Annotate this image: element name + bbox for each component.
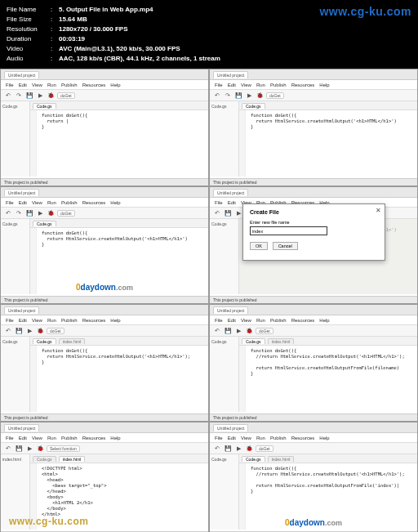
menu-file[interactable]: File <box>6 436 14 440</box>
browser-tab[interactable]: Untitled project <box>4 424 39 431</box>
file-sidebar[interactable]: Code.gs <box>1 219 30 294</box>
menu-view[interactable]: View <box>241 436 251 440</box>
menu-resources[interactable]: Resources <box>291 83 315 87</box>
menu-file[interactable]: File <box>215 436 223 440</box>
menu-help[interactable]: Help <box>110 318 120 323</box>
menu-resources[interactable]: Resources <box>291 318 315 323</box>
function-select[interactable]: Select function <box>47 445 80 452</box>
save-icon[interactable]: 💾 <box>15 445 23 453</box>
file-tab-code[interactable]: Code.gs <box>33 456 56 462</box>
run-icon[interactable]: ▶ <box>25 327 33 335</box>
debug-icon[interactable]: 🐞 <box>47 92 55 100</box>
redo-icon[interactable]: ↷ <box>224 92 232 100</box>
file-tab-code[interactable]: Code.gs <box>33 103 56 109</box>
menu-file[interactable]: File <box>6 200 14 205</box>
menu-resources[interactable]: Resources <box>82 83 106 87</box>
menu-file[interactable]: File <box>215 318 223 323</box>
function-select[interactable]: doGet <box>57 92 75 99</box>
file-tab-code[interactable]: Code.gs <box>242 456 265 462</box>
ok-button[interactable]: OK <box>250 242 268 250</box>
code-editor[interactable]: function doGet(){ return HtmlService.cre… <box>30 346 208 412</box>
menu-run[interactable]: Run <box>256 83 265 87</box>
save-icon[interactable]: 💾 <box>224 209 232 217</box>
menu-view[interactable]: View <box>32 436 42 440</box>
menu-view[interactable]: View <box>241 318 251 323</box>
menu-help[interactable]: Help <box>110 436 120 440</box>
menu-edit[interactable]: Edit <box>19 318 27 323</box>
debug-icon[interactable]: 🐞 <box>36 445 44 453</box>
function-select[interactable]: doGet <box>256 328 273 334</box>
browser-tab[interactable]: Untitled project <box>213 424 248 431</box>
menu-edit[interactable]: Edit <box>228 318 236 323</box>
browser-tab[interactable]: Untitled project <box>4 71 39 78</box>
code-editor[interactable]: <!DOCTYPE html> <html> <head> <base targ… <box>30 463 208 530</box>
function-select[interactable]: doGet <box>47 328 64 334</box>
save-icon[interactable]: 💾 <box>234 92 242 100</box>
redo-icon[interactable]: ↷ <box>15 209 23 217</box>
code-editor[interactable]: function doGet(){ return HtmlService.cre… <box>239 110 417 177</box>
redo-icon[interactable]: ↷ <box>15 92 23 100</box>
file-sidebar[interactable]: Code.gs <box>210 454 239 530</box>
menu-edit[interactable]: Edit <box>19 436 27 440</box>
file-sidebar[interactable]: Code.gs <box>210 337 239 412</box>
menu-help[interactable]: Help <box>110 200 120 205</box>
menu-resources[interactable]: Resources <box>82 200 106 205</box>
menu-resources[interactable]: Resources <box>291 436 315 440</box>
debug-icon[interactable]: 🐞 <box>245 327 253 335</box>
save-icon[interactable]: 💾 <box>15 327 23 335</box>
menu-run[interactable]: Run <box>256 318 265 323</box>
browser-tab[interactable]: Untitled project <box>213 306 248 314</box>
menu-help[interactable]: Help <box>110 83 120 87</box>
file-tab-code[interactable]: Code.gs <box>33 338 56 344</box>
save-icon[interactable]: 💾 <box>224 327 232 335</box>
function-select[interactable]: doGet <box>256 445 273 452</box>
sidebar-file[interactable]: Code.gs <box>211 457 237 462</box>
menu-run[interactable]: Run <box>256 436 265 440</box>
menu-resources[interactable]: Resources <box>82 318 106 323</box>
run-icon[interactable]: ▶ <box>36 209 44 217</box>
menu-run[interactable]: Run <box>47 200 56 205</box>
menu-publish[interactable]: Publish <box>61 200 78 205</box>
menu-help[interactable]: Help <box>319 318 329 323</box>
sidebar-file[interactable]: Code.gs <box>211 104 237 109</box>
menu-publish[interactable]: Publish <box>61 436 78 440</box>
menu-edit[interactable]: Edit <box>228 436 236 440</box>
file-sidebar[interactable]: index.html <box>1 454 30 530</box>
run-icon[interactable]: ▶ <box>245 92 253 100</box>
file-sidebar[interactable]: Code.gs <box>210 219 239 294</box>
file-tab-index[interactable]: index.html <box>268 338 295 344</box>
function-select[interactable]: doGet <box>266 92 284 99</box>
menu-publish[interactable]: Publish <box>61 318 78 323</box>
menu-run[interactable]: Run <box>47 436 56 440</box>
sidebar-file[interactable]: Code.gs <box>211 221 237 226</box>
file-tab-index[interactable]: index.html <box>268 456 295 462</box>
close-icon[interactable]: ✕ <box>376 207 381 214</box>
menu-help[interactable]: Help <box>319 436 329 440</box>
undo-icon[interactable]: ↶ <box>213 209 221 217</box>
code-editor[interactable]: function doGet(){ return HtmlService.cre… <box>30 228 208 294</box>
sidebar-file[interactable]: Code.gs <box>211 339 237 344</box>
menu-view[interactable]: View <box>32 83 42 87</box>
code-editor[interactable]: function doGet(){ return | } <box>30 110 208 177</box>
debug-icon[interactable]: 🐞 <box>245 445 253 453</box>
browser-tab[interactable]: Untitled project <box>4 189 39 196</box>
menu-file[interactable]: File <box>215 200 223 205</box>
save-icon[interactable]: 💾 <box>25 92 33 100</box>
file-tab-code[interactable]: Code.gs <box>33 221 56 226</box>
menu-publish[interactable]: Publish <box>61 83 78 87</box>
function-select[interactable]: doGet <box>57 210 75 217</box>
run-icon[interactable]: ▶ <box>234 209 242 217</box>
menu-view[interactable]: View <box>32 318 42 323</box>
code-editor[interactable]: function doGet(){ //return HtmlService.c… <box>239 463 417 530</box>
file-tab-code[interactable]: Code.gs <box>242 103 265 109</box>
file-sidebar[interactable]: Code.gs <box>1 101 30 177</box>
file-sidebar[interactable]: Code.gs <box>1 337 30 412</box>
undo-icon[interactable]: ↶ <box>4 92 12 100</box>
menu-help[interactable]: Help <box>319 83 329 87</box>
browser-tab[interactable]: Untitled project <box>213 189 248 196</box>
undo-icon[interactable]: ↶ <box>213 445 221 453</box>
menu-edit[interactable]: Edit <box>19 200 27 205</box>
menu-run[interactable]: Run <box>47 318 56 323</box>
menu-publish[interactable]: Publish <box>270 318 287 323</box>
undo-icon[interactable]: ↶ <box>4 327 12 335</box>
